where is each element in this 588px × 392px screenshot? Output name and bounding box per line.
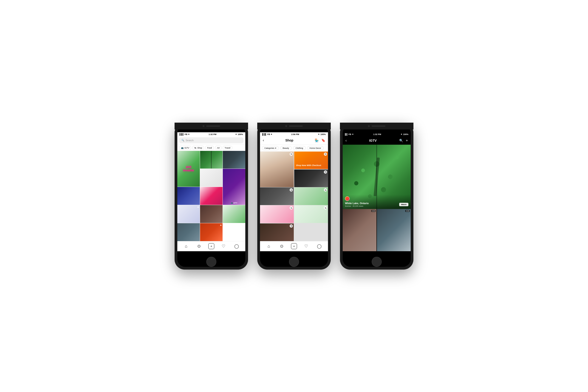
tab-food[interactable]: Food: [205, 146, 214, 150]
nav-profile-2[interactable]: ◯: [316, 242, 323, 250]
scene: ▌▌▌ FB ✦ 1:32 PM ✦ 100% 🔍 Search 📺 IGTV: [174, 123, 414, 270]
phone-1-top: [174, 123, 248, 130]
grid-cell-3[interactable]: [223, 151, 245, 168]
camera-dot-3: [368, 125, 370, 127]
shop-bag-6: 🛍: [290, 206, 293, 210]
video-title: White Lake, Ontario: [345, 202, 369, 204]
nav-add-2[interactable]: +: [291, 243, 297, 249]
shop-cell-1[interactable]: 🛍: [260, 152, 294, 187]
shop-grid: 🛍 Shop Now With Checkout 🛍 🛍: [260, 152, 328, 241]
home-button-3[interactable]: [372, 257, 382, 267]
shop-bookmark-icon[interactable]: 🔖: [321, 138, 325, 142]
status-right-1: ✦ 100%: [235, 133, 243, 136]
tab-shop[interactable]: 🛍 Shop: [192, 146, 204, 150]
grid-cell-10[interactable]: [223, 205, 245, 223]
igtv-add-icon[interactable]: +: [406, 138, 408, 142]
status-right-3: ✦ 100%: [400, 133, 408, 136]
shop-back-button[interactable]: ‹: [263, 138, 264, 142]
tab-art[interactable]: Art: [215, 146, 222, 150]
grid-cell-9[interactable]: [200, 205, 222, 223]
igtv-main-video[interactable]: White Lake, Ontario thomas · 45,235 view…: [343, 145, 411, 209]
igtv-action-icons: 🔍 +: [399, 138, 408, 142]
status-right-2: ✦ 100%: [318, 133, 326, 136]
status-bar-3: ▌▌ FB ✦ 1:32 PM ✦ 100%: [343, 132, 411, 136]
nav-search-1[interactable]: ⊙: [196, 242, 203, 250]
grid-cell-5[interactable]: 📺 IGTV: [223, 169, 245, 204]
tab-igtv[interactable]: 📺 IGTV: [179, 146, 191, 150]
filter-clothing[interactable]: Clothing: [293, 146, 306, 150]
shop-tab-icon: 🛍: [194, 147, 196, 149]
shop-bag-8: 🛍: [290, 224, 293, 228]
grid-cell-11[interactable]: [177, 223, 200, 241]
video-icon-12: ◉: [220, 224, 222, 226]
home-button-2[interactable]: [289, 257, 299, 267]
video-views: 45,235 views: [352, 205, 363, 207]
grid-cell-1[interactable]: andbreathe: [177, 151, 200, 187]
explore-grid: andbreathe 📺 IGTV: [177, 151, 245, 241]
speaker-bar-3: [372, 126, 386, 127]
nav-home-2[interactable]: ⌂: [265, 242, 272, 250]
neon-overlay: andbreathe: [183, 165, 194, 172]
igtv-label: 📺 IGTV: [231, 202, 237, 204]
thumb-1-duration: 4:46: [371, 210, 376, 212]
grid-cell-7[interactable]: [200, 187, 222, 204]
travel-tab-label: Travel: [225, 147, 230, 149]
shop-cell-3[interactable]: 🛍: [294, 170, 328, 187]
phone-2-inner: ▌▌▌ FB ✦ 2:56 PM ✦ 100% ‹ Shop 🏪 🔖: [260, 126, 328, 267]
watch-button[interactable]: Watch: [399, 203, 408, 206]
camera-dot-2: [285, 125, 287, 127]
grid-cell-8[interactable]: ◉: [177, 205, 200, 223]
home-button-1[interactable]: [206, 257, 216, 267]
status-time-3: 1:32 PM: [373, 133, 381, 136]
filter-home-decor[interactable]: Home Decor: [307, 146, 324, 150]
status-left-2: ▌▌▌ FB ✦: [262, 133, 272, 136]
igtv-thumb-1[interactable]: 4:46: [343, 209, 376, 251]
igtv-thumb-row: 4:46 4:46: [343, 209, 411, 251]
tab-travel[interactable]: Travel: [223, 146, 232, 150]
nav-profile-1[interactable]: ◯: [233, 242, 240, 250]
author-avatar: [345, 196, 350, 201]
grid-cell-4[interactable]: [200, 169, 222, 186]
search-placeholder: Search: [186, 139, 194, 142]
igtv-thumb-2[interactable]: 4:46: [377, 209, 411, 251]
filter-beauty[interactable]: Beauty: [280, 146, 292, 150]
bottom-nav-1: ⌂ ⊙ + ♡ ◯: [177, 241, 245, 251]
phone-2-screen: ▌▌▌ FB ✦ 2:56 PM ✦ 100% ‹ Shop 🏪 🔖: [260, 132, 328, 251]
igtv-tab-label: IGTV: [184, 147, 189, 149]
video-title-group: White Lake, Ontario thomas · 45,235 view…: [345, 196, 369, 207]
igtv-back-button[interactable]: ‹: [346, 138, 346, 142]
nav-add-1[interactable]: +: [208, 243, 214, 249]
shop-cell-6[interactable]: 🛍: [260, 205, 294, 223]
shop-cell-2[interactable]: Shop Now With Checkout 🛍: [294, 152, 328, 169]
shop-cell-4[interactable]: 🛍: [260, 188, 294, 205]
phone-1-inner: ▌▌▌ FB ✦ 1:32 PM ✦ 100% 🔍 Search 📺 IGTV: [177, 126, 245, 267]
shop-store-icon[interactable]: 🏪: [315, 138, 318, 142]
forest-path-1: [211, 151, 212, 168]
grid-cell-12[interactable]: ◉: [200, 223, 222, 241]
shop-cell-7[interactable]: 🛍: [294, 205, 328, 223]
grid-cell-2[interactable]: [200, 151, 222, 168]
phone-3: ▌▌ FB ✦ 1:32 PM ✦ 100% ‹ IGTV 🔍 +: [340, 123, 414, 270]
filter-categories[interactable]: Categories ▾: [262, 146, 279, 150]
shop-title: Shop: [285, 138, 293, 142]
status-bar-1: ▌▌▌ FB ✦ 1:32 PM ✦ 100%: [177, 132, 245, 136]
shop-header: ‹ Shop 🏪 🔖: [260, 136, 328, 145]
status-left-1: ▌▌▌ FB ✦: [180, 133, 190, 136]
art-tab-label: Art: [217, 147, 220, 149]
shop-cell-8[interactable]: 🛍: [260, 224, 294, 241]
igtv-text: IGTV: [233, 202, 237, 204]
shop-cell-5[interactable]: 🛍: [294, 188, 328, 205]
beauty-label: Beauty: [283, 147, 289, 149]
status-time-2: 2:56 PM: [291, 133, 299, 136]
nav-search-2[interactable]: ⊙: [278, 242, 286, 250]
grid-cell-6[interactable]: [177, 187, 200, 204]
search-bar[interactable]: 🔍 Search: [179, 137, 244, 143]
nav-heart-1[interactable]: ♡: [220, 242, 227, 250]
video-icon-8: ◉: [197, 206, 199, 208]
igtv-search-icon[interactable]: 🔍: [399, 139, 403, 142]
nav-heart-2[interactable]: ♡: [302, 242, 310, 250]
food-tab-label: Food: [207, 147, 212, 149]
bottom-nav-2: ⌂ ⊙ + ♡ ◯: [260, 241, 328, 251]
nav-home-1[interactable]: ⌂: [182, 242, 190, 250]
search-icon: 🔍: [182, 139, 184, 142]
